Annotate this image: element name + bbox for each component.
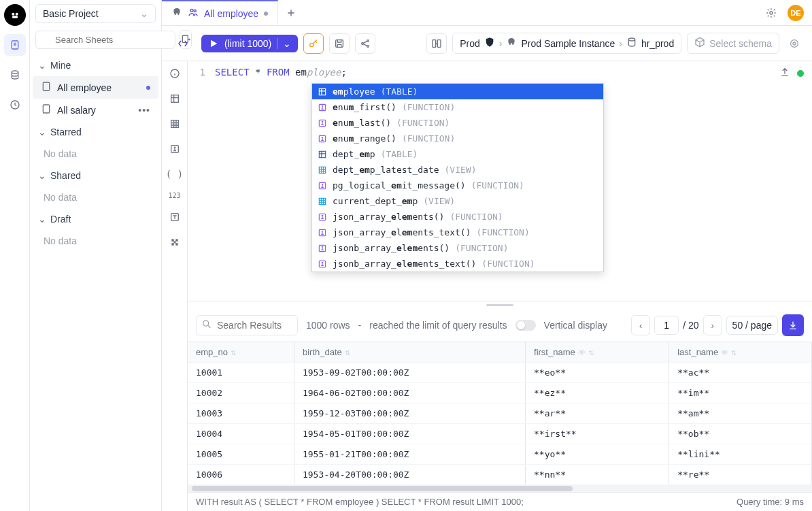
table-row[interactable]: 100041954-05-01T00:00:00Z**irst****ob**	[188, 424, 812, 444]
user-avatar[interactable]: DE	[788, 5, 804, 21]
database-icon	[626, 37, 637, 50]
connection-button[interactable]	[426, 33, 447, 54]
svg-rect-35	[319, 198, 325, 204]
download-button[interactable]	[782, 314, 804, 336]
share-button[interactable]	[355, 33, 375, 54]
table-row[interactable]: 100021964-06-02T00:00:00Z**ez****im**	[188, 383, 812, 403]
main-area: All employee DE (limit 1000) ⌄	[162, 0, 812, 511]
info-icon[interactable]	[169, 68, 180, 81]
horizontal-scrollbar[interactable]	[188, 485, 812, 492]
sql-editor[interactable]: 1 SELECT * FROM employee; employee (TABL…	[188, 61, 812, 301]
table-row[interactable]: 100061953-04-20T00:00:00Z**nn****re**	[188, 465, 812, 485]
table-cell: **lini**	[669, 444, 812, 465]
project-selector[interactable]: Basic Project ⌄	[35, 4, 156, 23]
table-cell: 10002	[188, 383, 294, 403]
schema-selector[interactable]: Select schema	[687, 33, 779, 54]
table-cell: **nn**	[526, 465, 669, 485]
section-mine[interactable]: ⌄ Mine	[30, 54, 161, 76]
autocomplete-item[interactable]: json_array_elements() (FUNCTION)	[312, 209, 603, 225]
autocomplete-item[interactable]: jsonb_array_elements() (FUNCTION)	[312, 240, 603, 256]
vertical-toggle[interactable]	[515, 320, 536, 331]
next-page-button[interactable]: ›	[703, 315, 722, 335]
column-header[interactable]: last_name👁⇅	[669, 342, 812, 363]
users-icon	[188, 7, 199, 20]
table-cell: 10005	[188, 444, 294, 465]
parens-icon[interactable]: ( )	[166, 169, 183, 180]
rail-database-icon[interactable]	[4, 64, 26, 86]
page-input[interactable]	[654, 316, 679, 335]
svg-point-40	[203, 320, 209, 326]
table-cell: 1953-09-02T00:00:00Z	[294, 363, 525, 383]
rail-history-icon[interactable]	[4, 94, 26, 116]
sheet-icon	[41, 81, 52, 94]
grid-icon[interactable]	[169, 118, 180, 131]
prev-page-button[interactable]: ‹	[631, 315, 650, 335]
key-button[interactable]	[303, 33, 324, 54]
autocomplete-item[interactable]: enum_range() (FUNCTION)	[312, 131, 603, 146]
table-row[interactable]: 100031959-12-03T00:00:00Z**ar****am**	[188, 403, 812, 424]
crumb-db: hr_prod	[641, 38, 674, 49]
section-shared[interactable]: ⌄ Shared	[30, 165, 161, 186]
numbers-icon[interactable]: 123	[168, 192, 180, 199]
crumb-schema: Select schema	[709, 38, 772, 49]
line-number: 1	[188, 67, 215, 78]
svg-point-20	[628, 38, 635, 41]
column-header[interactable]: birth_date⇅	[294, 342, 525, 363]
svg-point-0	[12, 13, 14, 16]
results-table[interactable]: emp_no⇅birth_date⇅first_name👁⇅last_name👁…	[188, 342, 812, 492]
settings-button[interactable]	[762, 3, 781, 22]
table-icon[interactable]	[169, 93, 180, 106]
chevron-right-icon: ›	[499, 38, 503, 49]
autocomplete-item[interactable]: current_dept_emp (VIEW)	[312, 193, 603, 209]
table-row[interactable]: 100051955-01-21T00:00:00Z**yo****lini**	[188, 444, 812, 465]
sheet-icon	[41, 103, 52, 116]
svg-rect-2	[12, 16, 18, 18]
autocomplete-item[interactable]: dept_emp (TABLE)	[312, 146, 603, 162]
function-icon[interactable]	[169, 144, 180, 156]
sheet-item-all-salary[interactable]: All salary •••	[33, 99, 158, 121]
autocomplete-item[interactable]: employee (TABLE)	[312, 84, 603, 99]
autocomplete-item[interactable]: dept_emp_latest_date (VIEW)	[312, 162, 603, 178]
autocomplete-item[interactable]: json_array_elements_text() (FUNCTION)	[312, 225, 603, 240]
sheet-label: All salary	[57, 105, 96, 116]
chevron-down-icon: ⌄	[38, 60, 46, 71]
results-splitter[interactable]	[188, 301, 812, 309]
status-dot-icon	[797, 70, 804, 77]
autocomplete-item[interactable]: jsonb_array_elements_text() (FUNCTION)	[312, 256, 603, 271]
more-icon[interactable]: •••	[138, 105, 150, 116]
autocomplete-item[interactable]: enum_last() (FUNCTION)	[312, 115, 603, 131]
svg-rect-24	[171, 95, 178, 103]
column-header[interactable]: emp_no⇅	[188, 342, 294, 363]
unsaved-dot-icon	[264, 12, 268, 16]
save-button[interactable]	[329, 33, 350, 54]
page-size-select[interactable]: 50 / page	[726, 316, 778, 335]
run-query-button[interactable]: (limit 1000) ⌄	[201, 35, 298, 52]
ai-button[interactable]	[785, 34, 804, 53]
type-icon[interactable]	[169, 212, 180, 225]
tab-all-employee[interactable]: All employee	[162, 0, 278, 25]
svg-rect-14	[336, 39, 343, 47]
editor-side-icons: ( ) 123	[162, 61, 188, 511]
shield-icon	[484, 37, 495, 50]
upload-icon[interactable]	[779, 67, 790, 80]
svg-rect-19	[438, 39, 441, 47]
puzzle-icon[interactable]	[169, 237, 180, 250]
section-starred[interactable]: ⌄ Starred	[30, 121, 161, 143]
executed-query: WITH result AS ( SELECT * FROM employee …	[196, 497, 524, 507]
autocomplete-item[interactable]: pg_logical_emit_message() (FUNCTION)	[312, 178, 603, 193]
app-logo[interactable]	[4, 4, 26, 26]
breadcrumb[interactable]: Prod › Prod Sample Instance › hr_prod	[452, 33, 681, 54]
table-row[interactable]: 100011953-09-02T00:00:00Z**eo****ac**	[188, 363, 812, 383]
sheet-item-all-employee[interactable]: All employee	[33, 76, 158, 99]
autocomplete-item[interactable]: enum_first() (FUNCTION)	[312, 99, 603, 115]
chevron-down-icon: ⌄	[38, 170, 46, 181]
column-header[interactable]: first_name👁⇅	[526, 342, 669, 363]
postgres-icon	[506, 37, 517, 50]
add-tab-button[interactable]	[278, 0, 304, 25]
sheet-search-input[interactable]	[35, 31, 175, 49]
tab-bar: All employee DE	[162, 0, 812, 26]
rail-sheets-icon[interactable]	[4, 34, 26, 56]
svg-point-22	[793, 42, 796, 45]
section-draft[interactable]: ⌄ Draft	[30, 208, 161, 230]
chevron-down-icon[interactable]: ⌄	[283, 38, 291, 49]
